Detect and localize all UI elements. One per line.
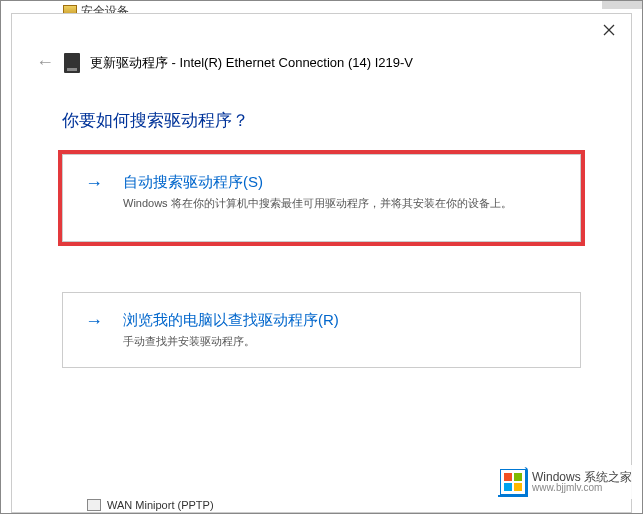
scrollbar-fragment: [602, 1, 642, 9]
dialog-title: 更新驱动程序 - Intel(R) Ethernet Connection (1…: [90, 54, 413, 72]
tree-item-label: WAN Miniport (PPTP): [107, 499, 214, 511]
update-driver-dialog: ← 更新驱动程序 - Intel(R) Ethernet Connection …: [11, 13, 632, 513]
option-auto-search[interactable]: → 自动搜索驱动程序(S) Windows 将在你的计算机中搜索最佳可用驱动程序…: [62, 154, 581, 242]
option-browse-computer[interactable]: → 浏览我的电脑以查找驱动程序(R) 手动查找并安装驱动程序。: [62, 292, 581, 368]
watermark-text: Windows 系统之家 www.bjjmlv.com: [532, 471, 632, 493]
close-button[interactable]: [599, 20, 619, 40]
options-container: → 自动搜索驱动程序(S) Windows 将在你的计算机中搜索最佳可用驱动程序…: [12, 154, 631, 368]
back-arrow-icon[interactable]: ←: [36, 52, 54, 73]
option-title: 自动搜索驱动程序(S): [123, 173, 558, 192]
windows-logo-icon: [500, 469, 526, 495]
watermark: Windows 系统之家 www.bjjmlv.com: [494, 465, 638, 499]
dialog-header: [12, 14, 631, 44]
device-icon: [64, 53, 80, 73]
arrow-right-icon: →: [85, 173, 103, 194]
network-adapter-icon: [87, 499, 101, 511]
option-title: 浏览我的电脑以查找驱动程序(R): [123, 311, 558, 330]
option-desc: 手动查找并安装驱动程序。: [123, 334, 558, 349]
watermark-url: www.bjjmlv.com: [532, 483, 632, 493]
option-desc: Windows 将在你的计算机中搜索最佳可用驱动程序，并将其安装在你的设备上。: [123, 196, 558, 211]
tree-fragment-bottom: WAN Miniport (PPTP): [87, 499, 214, 511]
dialog-title-row: ← 更新驱动程序 - Intel(R) Ethernet Connection …: [12, 44, 631, 73]
dialog-question: 你要如何搜索驱动程序？: [12, 73, 631, 154]
close-icon: [603, 24, 615, 36]
arrow-right-icon: →: [85, 311, 103, 332]
